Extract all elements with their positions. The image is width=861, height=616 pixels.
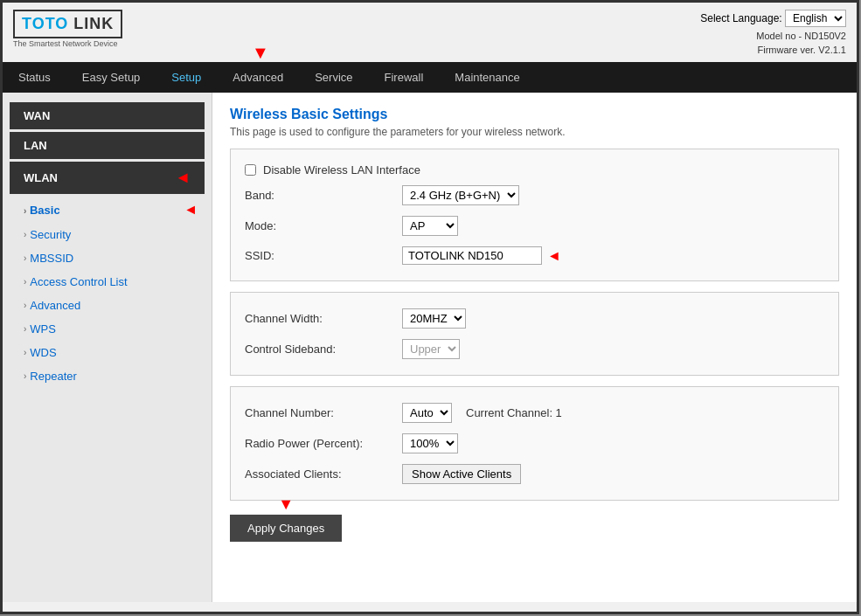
radio-power-select[interactable]: 100% 75% 50% 25% (402, 433, 458, 453)
logo-text: TOTO LINK (22, 15, 114, 32)
nav-container: ▼ Status Easy Setup Setup Advanced Servi… (3, 62, 857, 93)
sidebar-btn-wlan[interactable]: WLAN ◄ (10, 162, 205, 194)
nav-easy-setup[interactable]: Easy Setup (66, 62, 156, 93)
disable-label: Disable Wireless LAN Interface (263, 163, 420, 176)
page-title: Wireless Basic Settings (230, 107, 839, 122)
channel-width-select[interactable]: 20MHZ 40MHZ (402, 308, 466, 329)
main-nav: Status Easy Setup Setup Advanced Service… (3, 62, 857, 93)
main-layout: WAN LAN WLAN ◄ › Basic ◄ › Security › MB… (3, 93, 857, 602)
nav-service[interactable]: Service (299, 62, 368, 93)
channel-width-label: Channel Width: (245, 312, 402, 325)
content-area: Wireless Basic Settings This page is use… (212, 93, 857, 602)
channel-number-select[interactable]: Auto 123 (402, 403, 452, 423)
nav-setup[interactable]: Setup (156, 62, 217, 93)
band-label: Band: (245, 189, 402, 202)
control-sideband-label: Control Sideband: (245, 343, 402, 356)
model-info: Model no - ND150V2 (700, 31, 846, 41)
disable-wireless-checkbox[interactable] (245, 164, 256, 176)
associated-clients-row: Associated Clients: Show Active Clients (245, 459, 824, 489)
channel-width-control: 20MHZ 40MHZ (402, 308, 466, 329)
header: TOTO LINK The Smartest Network Device Se… (3, 3, 857, 62)
sidebar: WAN LAN WLAN ◄ › Basic ◄ › Security › MB… (3, 93, 212, 602)
band-select[interactable]: 2.4 GHz (B+G+N) 2.4 GHz (B+G) 2.4 GHz (B… (402, 185, 519, 205)
nav-maintenance[interactable]: Maintenance (439, 62, 535, 93)
mode-row: Mode: AP Client WDS (245, 211, 824, 241)
band-row: Band: 2.4 GHz (B+G+N) 2.4 GHz (B+G) 2.4 … (245, 180, 824, 211)
basic-arrow-indicator: ◄ (184, 202, 198, 218)
sidebar-btn-wan[interactable]: WAN (10, 102, 205, 129)
radio-power-control: 100% 75% 50% 25% (402, 433, 458, 453)
sidebar-item-mbssid[interactable]: › MBSSID (3, 246, 212, 270)
radio-power-row: Radio Power (Percent): 100% 75% 50% 25% (245, 428, 824, 459)
ssid-row: SSID: ◄ (245, 241, 824, 270)
band-control: 2.4 GHz (B+G+N) 2.4 GHz (B+G) 2.4 GHz (B… (402, 185, 519, 205)
nav-status[interactable]: Status (3, 62, 66, 93)
apply-section: ▼ Apply Changes (230, 515, 342, 542)
nav-advanced[interactable]: Advanced (217, 62, 299, 93)
show-active-clients-button[interactable]: Show Active Clients (402, 464, 521, 484)
radio-power-label: Radio Power (Percent): (245, 437, 402, 450)
sidebar-item-repeater[interactable]: › Repeater (3, 364, 212, 388)
page-description: This page is used to configure the param… (230, 126, 839, 138)
ssid-input[interactable] (402, 246, 542, 265)
lang-selector-row[interactable]: Select Language: English (700, 10, 846, 27)
sidebar-item-advanced[interactable]: › Advanced (3, 294, 212, 317)
sidebar-item-basic[interactable]: › Basic ◄ (3, 197, 212, 223)
sidebar-btn-lan[interactable]: LAN (10, 132, 205, 159)
section-basic: Disable Wireless LAN Interface Band: 2.4… (230, 149, 839, 281)
language-select[interactable]: English (785, 10, 846, 27)
sidebar-item-wps[interactable]: › WPS (3, 317, 212, 341)
channel-number-row: Channel Number: Auto 123 Current Channel… (245, 398, 824, 428)
channel-width-row: Channel Width: 20MHZ 40MHZ (245, 303, 824, 334)
section-channel: Channel Width: 20MHZ 40MHZ Control Sideb… (230, 292, 839, 376)
apply-arrow-indicator: ▼ (278, 495, 294, 514)
current-channel-info: Current Channel: 1 (466, 406, 562, 419)
firmware-info: Firmware ver. V2.1.1 (700, 45, 846, 55)
wlan-arrow-indicator: ◄ (175, 169, 191, 187)
associated-clients-label: Associated Clients: (245, 467, 402, 481)
apply-changes-button[interactable]: Apply Changes (230, 515, 342, 542)
logo-sub: The Smartest Network Device (13, 39, 122, 48)
channel-number-label: Channel Number: (245, 406, 402, 419)
section-power: Channel Number: Auto 123 Current Channel… (230, 386, 839, 501)
ssid-label: SSID: (245, 249, 402, 262)
ssid-control: ◄ (402, 246, 561, 265)
control-sideband-control: Upper Lower (402, 339, 460, 359)
sidebar-item-security[interactable]: › Security (3, 223, 212, 246)
mode-label: Mode: (245, 219, 402, 232)
control-sideband-row: Control Sideband: Upper Lower (245, 334, 824, 364)
ssid-wrapper: ◄ (402, 246, 561, 265)
sidebar-item-wds[interactable]: › WDS (3, 341, 212, 364)
disable-row: Disable Wireless LAN Interface (245, 160, 824, 180)
nav-firewall[interactable]: Firewall (369, 62, 440, 93)
sidebar-item-acl[interactable]: › Access Control List (3, 270, 212, 294)
associated-clients-control: Show Active Clients (402, 464, 521, 484)
channel-number-control: Auto 123 Current Channel: 1 (402, 403, 562, 423)
mode-control: AP Client WDS (402, 216, 458, 236)
logo-box: TOTO LINK (13, 10, 122, 38)
control-sideband-select[interactable]: Upper Lower (402, 339, 460, 359)
logo-area: TOTO LINK The Smartest Network Device (13, 10, 122, 48)
lang-area: Select Language: English Model no - ND15… (700, 10, 846, 55)
lang-label: Select Language: (700, 12, 781, 24)
mode-select[interactable]: AP Client WDS (402, 216, 458, 236)
ssid-arrow-indicator: ◄ (547, 248, 561, 264)
